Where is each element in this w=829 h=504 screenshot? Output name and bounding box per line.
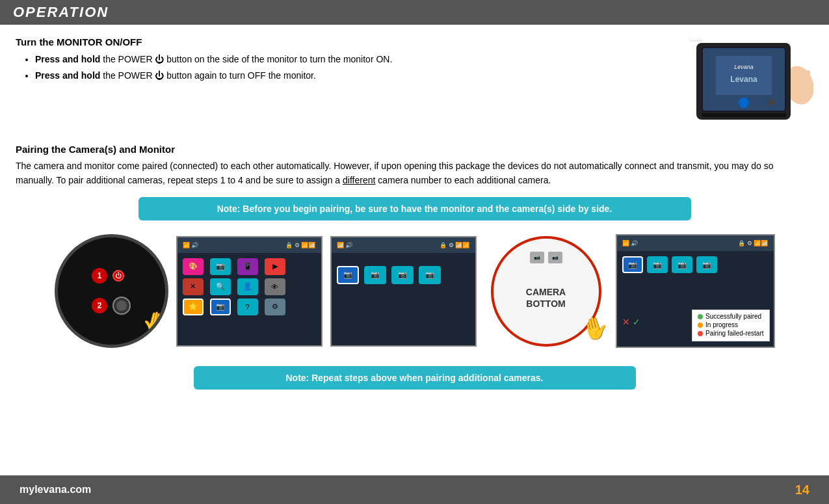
legend-dot-green bbox=[698, 314, 703, 319]
x-icon: ✕ bbox=[622, 317, 630, 327]
grid-icon-1: 🎨 bbox=[183, 258, 204, 275]
camera-bottom-label: CAMERA BOTTOM bbox=[526, 286, 566, 310]
monitor-section: Turn the MONITOR ON/OFF Press and hold t… bbox=[16, 36, 813, 136]
monitor-text-block: Turn the MONITOR ON/OFF Press and hold t… bbox=[16, 36, 683, 85]
power-btn-1: ⏻ bbox=[112, 270, 124, 282]
step3-cam-4: 📷 bbox=[419, 266, 441, 284]
grid-icon-5: ✕ bbox=[183, 278, 204, 295]
camera-circle: 1 ⏻ 2 🤚 bbox=[55, 234, 168, 348]
pairing-text: The camera and monitor come paired (conn… bbox=[16, 159, 813, 188]
grid-icon-selected: 📷 bbox=[210, 298, 231, 315]
step-5-screen: 📶 🔊 🔒 ⚙ 📶📶 📷 📷 📷 📷 Successfully paired I bbox=[616, 234, 775, 348]
instruction-2: Press and hold the POWER ⏻ button again … bbox=[35, 69, 670, 83]
svg-text:Levana: Levana bbox=[690, 38, 703, 42]
button-1-row: 1 ⏻ bbox=[92, 268, 124, 284]
svg-point-10 bbox=[739, 98, 749, 108]
screen3-topbar: 📶 🔊 🔒 ⚙ 📶📶 bbox=[332, 237, 475, 253]
bold-1: Press and hold bbox=[35, 54, 100, 64]
camera-body: 1 ⏻ 2 bbox=[83, 259, 140, 324]
check-icon: ✓ bbox=[633, 317, 640, 327]
svg-point-11 bbox=[768, 99, 774, 106]
step3-cam-selected: 📷 bbox=[337, 266, 359, 284]
legend-text-1: Successfully paired bbox=[705, 313, 761, 320]
screen3-icons: 🔒 ⚙ 📶📶 bbox=[440, 242, 469, 248]
grid-icon-empty3 bbox=[292, 298, 313, 315]
legend-row-2: In progress bbox=[698, 321, 763, 328]
screen5-cam-1: 📷 bbox=[622, 256, 643, 273]
pairing-title: Pairing the Camera(s) and Monitor bbox=[16, 144, 813, 155]
note-1-text: Note: Before you begin pairing, be sure … bbox=[217, 204, 612, 214]
footer-website: mylevana.com bbox=[20, 484, 91, 496]
screen2-grid: 🎨 📷 📱 ▶ ✕ 🔍 👤 👁 ⭐ 📷 ? ⚙ bbox=[178, 253, 321, 321]
monitor-svg: Levana Levana Levana bbox=[683, 36, 813, 134]
monitor-illustration: Levana Levana Levana bbox=[683, 36, 813, 136]
power-icon-1: ⏻ bbox=[115, 272, 122, 279]
xcheck-icons: ✕ ✓ bbox=[622, 317, 640, 327]
bold-2: Press and hold bbox=[35, 70, 100, 81]
btn-number-2: 2 bbox=[92, 298, 107, 313]
screen2-signal: 📶 🔊 bbox=[183, 242, 199, 248]
note-2-text: Note: Repeat steps above when pairing ad… bbox=[286, 373, 544, 383]
monitor-instructions: Press and hold the POWER ⏻ button on the… bbox=[16, 53, 670, 83]
hand-icon-cam: ✋ bbox=[578, 312, 611, 344]
step-3-screen: 📶 🔊 🔒 ⚙ 📶📶 📷 📷 📷 📷 bbox=[330, 236, 477, 347]
svg-text:Levana: Levana bbox=[734, 64, 754, 70]
cam-icon-sm-2: 📷 bbox=[548, 252, 562, 263]
camera-label-line1: CAMERA bbox=[526, 287, 566, 297]
legend-dot-red bbox=[698, 331, 703, 336]
step3-cam-row: 📷 📷 📷 📷 bbox=[337, 266, 470, 284]
grid-icon-6: 🔍 bbox=[210, 278, 231, 295]
monitor-title: Turn the MONITOR ON/OFF bbox=[16, 36, 670, 47]
grid-icon-empty1 bbox=[292, 258, 313, 275]
svg-rect-1 bbox=[793, 69, 798, 88]
grid-icon-question: ? bbox=[237, 298, 258, 315]
legend-text-2: In progress bbox=[705, 321, 738, 328]
grid-icon-7: 👤 bbox=[237, 278, 258, 295]
svg-rect-2 bbox=[799, 68, 804, 88]
screen5-signal: 📶 🔊 bbox=[622, 240, 638, 246]
screen5-cam-row: 📷 📷 📷 📷 bbox=[617, 251, 774, 276]
screen5-topbar: 📶 🔊 🔒 ⚙ 📶📶 bbox=[617, 235, 774, 251]
button-2-row: 2 bbox=[92, 297, 131, 315]
instruction-1-rest: the POWER ⏻ button on the side of the mo… bbox=[103, 54, 392, 64]
instruction-1: Press and hold the POWER ⏻ button on the… bbox=[35, 53, 670, 66]
step3-cam-2: 📷 bbox=[364, 266, 386, 284]
screen5-cam-4: 📷 bbox=[696, 256, 717, 273]
main-content: Turn the MONITOR ON/OFF Press and hold t… bbox=[0, 25, 829, 403]
btn-number-1: 1 bbox=[92, 268, 107, 284]
step3-content: 📷 📷 📷 📷 bbox=[332, 253, 475, 291]
svg-rect-3 bbox=[806, 70, 810, 88]
step-1-camera: 1 ⏻ 2 🤚 bbox=[55, 234, 168, 348]
camera-label-line2: BOTTOM bbox=[526, 298, 565, 309]
step-4-camera-bottom: 📷 📷 CAMERA BOTTOM ✋ bbox=[484, 230, 608, 353]
legend-text-3: Pairing failed-restart bbox=[705, 330, 763, 337]
screen5-icons: 🔒 ⚙ 📶📶 bbox=[738, 240, 768, 246]
status-legend-box: Successfully paired In progress Pairing … bbox=[692, 310, 769, 341]
screen5-cam-2: 📷 bbox=[647, 256, 668, 273]
screen2-topbar: 📶 🔊 🔒 ⚙ 📶📶 bbox=[178, 237, 321, 253]
instruction-2-rest: the POWER ⏻ button again to turn OFF the… bbox=[103, 70, 316, 81]
footer-page-number: 14 bbox=[795, 483, 809, 497]
underline-different: different bbox=[343, 175, 375, 185]
hand-icon: 🤚 bbox=[140, 308, 168, 337]
cam-bottom-icons: 📷 📷 bbox=[530, 252, 562, 263]
legend-dot-orange bbox=[698, 323, 703, 328]
legend-row-1: Successfully paired bbox=[698, 313, 763, 320]
svg-rect-12 bbox=[702, 113, 786, 117]
camera-bottom-circle: 📷 📷 CAMERA BOTTOM ✋ bbox=[491, 236, 601, 347]
header-bar: OPERATION bbox=[0, 0, 829, 25]
pairing-section: Pairing the Camera(s) and Monitor The ca… bbox=[16, 144, 813, 188]
legend-row-3: Pairing failed-restart bbox=[698, 330, 763, 337]
page-title: OPERATION bbox=[13, 4, 816, 21]
grid-icon-3: 📱 bbox=[237, 258, 258, 275]
screen5-cam-3: 📷 bbox=[672, 256, 692, 273]
screen2-icons: 🔒 ⚙ 📶📶 bbox=[285, 242, 315, 248]
steps-row: 1 ⏻ 2 🤚 � bbox=[16, 230, 813, 353]
step3-cam-3: 📷 bbox=[391, 266, 414, 284]
svg-text:Levana: Levana bbox=[730, 75, 757, 84]
grid-icon-8: 👁 bbox=[265, 278, 285, 295]
footer: mylevana.com 14 bbox=[0, 475, 829, 504]
grid-icon-empty2 bbox=[292, 278, 313, 295]
joystick-btn bbox=[112, 297, 131, 315]
grid-icon-star: ⭐ bbox=[183, 298, 204, 315]
